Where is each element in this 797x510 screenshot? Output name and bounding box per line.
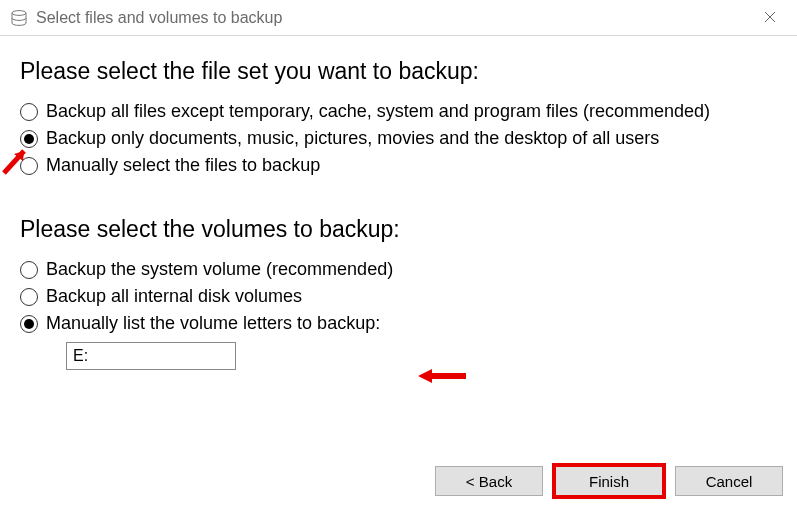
radio-icon[interactable] xyxy=(20,261,38,279)
dialog-content: Please select the file set you want to b… xyxy=(0,36,797,370)
database-icon xyxy=(10,9,28,27)
manual-volume-input[interactable] xyxy=(66,342,236,370)
fileset-option-manual[interactable]: Manually select the files to backup xyxy=(20,155,777,176)
volumes-option-manual[interactable]: Manually list the volume letters to back… xyxy=(20,313,777,334)
finish-button[interactable]: Finish xyxy=(555,466,663,496)
volumes-option-label: Backup the system volume (recommended) xyxy=(46,259,393,280)
cancel-button[interactable]: Cancel xyxy=(675,466,783,496)
fileset-option-all[interactable]: Backup all files except temporary, cache… xyxy=(20,101,777,122)
fileset-option-label: Backup only documents, music, pictures, … xyxy=(46,128,659,149)
volumes-option-all[interactable]: Backup all internal disk volumes xyxy=(20,286,777,307)
titlebar: Select files and volumes to backup xyxy=(0,0,797,36)
button-row: < Back Finish Cancel xyxy=(435,466,783,496)
volumes-option-system[interactable]: Backup the system volume (recommended) xyxy=(20,259,777,280)
radio-icon[interactable] xyxy=(20,288,38,306)
fileset-option-docs[interactable]: Backup only documents, music, pictures, … xyxy=(20,128,777,149)
close-icon[interactable] xyxy=(753,9,787,26)
fileset-option-label: Backup all files except temporary, cache… xyxy=(46,101,710,122)
window-title: Select files and volumes to backup xyxy=(36,9,753,27)
radio-icon[interactable] xyxy=(20,103,38,121)
svg-point-0 xyxy=(12,10,26,15)
fileset-option-label: Manually select the files to backup xyxy=(46,155,320,176)
fileset-heading: Please select the file set you want to b… xyxy=(20,58,777,85)
radio-icon[interactable] xyxy=(20,157,38,175)
volumes-option-label: Backup all internal disk volumes xyxy=(46,286,302,307)
back-button[interactable]: < Back xyxy=(435,466,543,496)
radio-icon[interactable] xyxy=(20,315,38,333)
manual-volume-input-row xyxy=(66,342,777,370)
volumes-heading: Please select the volumes to backup: xyxy=(20,216,777,243)
radio-icon[interactable] xyxy=(20,130,38,148)
volumes-option-label: Manually list the volume letters to back… xyxy=(46,313,380,334)
